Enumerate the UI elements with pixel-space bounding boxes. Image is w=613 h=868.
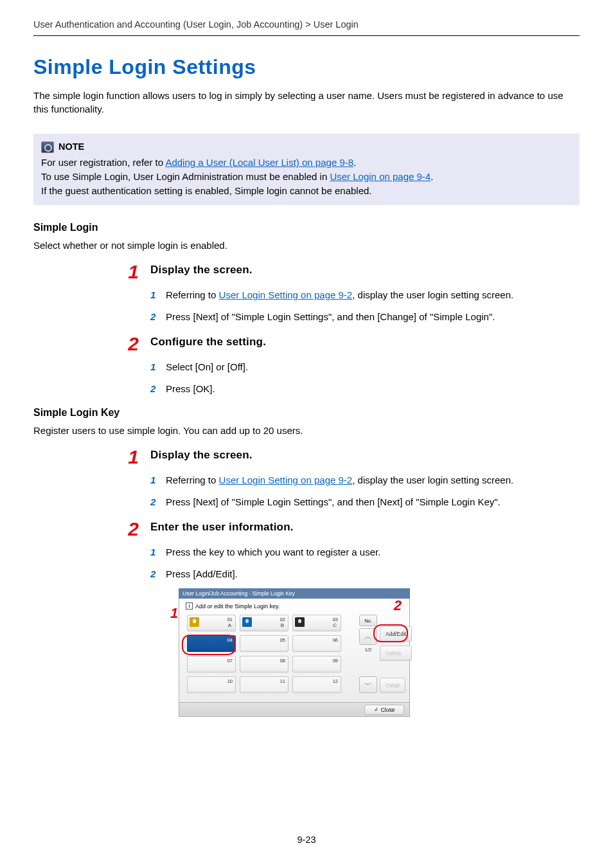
link-user-login-setting[interactable]: User Login Setting on page 9-2 xyxy=(219,475,353,485)
simple-login-key-desc: Register users to use simple login. You … xyxy=(33,425,580,436)
enter-icon: ↲ xyxy=(374,707,378,712)
substep-text: Press the key to which you want to regis… xyxy=(166,545,380,559)
step-number: 2 xyxy=(122,334,139,354)
avatar-icon xyxy=(295,617,305,627)
step-number: 2 xyxy=(122,520,139,539)
substep-number: 1 xyxy=(150,545,159,559)
substep-text: Press [Add/Edit]. xyxy=(166,567,238,581)
note-label: NOTE xyxy=(58,140,84,154)
step-number: 1 xyxy=(122,448,139,467)
substep-number: 2 xyxy=(150,495,159,509)
panel-hint: Add or edit the Simple Login key. xyxy=(195,603,280,610)
page-up-button[interactable]: ︿ xyxy=(359,628,377,645)
link-adding-user[interactable]: Adding a User (Local User List) on page … xyxy=(165,157,353,168)
panel-title: User Login/Job Accounting - Simple Login… xyxy=(179,588,410,599)
substep-text: Press [OK]. xyxy=(166,382,215,396)
delete-button[interactable]: Delete xyxy=(380,646,412,661)
link-user-login[interactable]: User Login on page 9-4 xyxy=(330,171,431,182)
substep-number: 1 xyxy=(150,288,159,302)
detail-button[interactable]: Detail xyxy=(380,678,405,693)
login-key-11[interactable]: 11 xyxy=(240,676,289,693)
add-edit-button[interactable]: Add/Edit xyxy=(380,626,412,642)
close-button[interactable]: ↲ Close xyxy=(364,705,404,715)
note-line-1: For user registration, refer to Adding a… xyxy=(41,156,572,170)
substep-number: 2 xyxy=(150,310,159,324)
note-box: NOTE For user registration, refer to Add… xyxy=(33,134,580,205)
substep-text: Press [Next] of "Simple Login Settings",… xyxy=(166,495,501,509)
info-icon: i xyxy=(186,602,193,610)
step-number: 1 xyxy=(122,262,139,282)
link-user-login-setting[interactable]: User Login Setting on page 9-2 xyxy=(219,289,353,300)
step-title: Display the screen. xyxy=(150,264,253,276)
breadcrumb: User Authentication and Accounting (User… xyxy=(33,19,580,36)
page-title: Simple Login Settings xyxy=(33,55,580,79)
login-key-07[interactable]: 07 xyxy=(187,656,236,673)
no-button[interactable]: No. xyxy=(359,615,377,626)
avatar-icon xyxy=(190,617,199,627)
simple-login-key-panel: User Login/Job Accounting - Simple Login… xyxy=(179,588,410,717)
substep-text: Referring to User Login Setting on page … xyxy=(166,473,513,487)
page-down-button[interactable]: ﹀ xyxy=(359,676,377,693)
login-key-03[interactable]: 03 C xyxy=(292,615,341,631)
note-line-2: To use Simple Login, User Login Administ… xyxy=(41,170,572,184)
callout-2: 2 xyxy=(394,599,402,613)
substep-number: 2 xyxy=(150,382,159,396)
login-key-09[interactable]: 09 xyxy=(292,656,341,673)
step-title: Enter the user information. xyxy=(150,521,294,534)
login-key-01[interactable]: 01 A xyxy=(187,615,236,631)
simple-login-key-heading: Simple Login Key xyxy=(33,407,580,419)
step-title: Configure the setting. xyxy=(150,336,266,348)
page-indicator: 1/2 xyxy=(359,647,377,653)
login-key-12[interactable]: 12 xyxy=(292,676,341,693)
substep-number: 1 xyxy=(150,360,159,374)
simple-login-desc: Select whether or not simple login is en… xyxy=(33,240,580,251)
login-key-04[interactable]: 04 xyxy=(187,635,236,652)
substep-text: Select [On] or [Off]. xyxy=(166,360,248,374)
step-title: Display the screen. xyxy=(150,449,253,462)
substep-number: 2 xyxy=(150,567,159,581)
note-icon xyxy=(41,141,54,153)
simple-login-heading: Simple Login xyxy=(33,222,580,233)
substep-number: 1 xyxy=(150,473,159,487)
substep-text: Referring to User Login Setting on page … xyxy=(166,288,513,302)
note-line-3: If the guest authentication setting is e… xyxy=(41,184,572,198)
login-key-08[interactable]: 08 xyxy=(240,656,289,673)
substep-text: Press [Next] of "Simple Login Settings",… xyxy=(166,310,495,324)
login-key-05[interactable]: 05 xyxy=(240,635,289,652)
callout-1: 1 xyxy=(170,606,178,620)
login-key-10[interactable]: 10 xyxy=(187,676,236,693)
login-key-06[interactable]: 06 xyxy=(292,635,341,652)
intro-text: The simple login function allows users t… xyxy=(33,89,580,116)
login-key-02[interactable]: 02 B xyxy=(240,615,289,631)
page-number: 9-23 xyxy=(0,835,613,845)
avatar-icon xyxy=(242,617,252,627)
